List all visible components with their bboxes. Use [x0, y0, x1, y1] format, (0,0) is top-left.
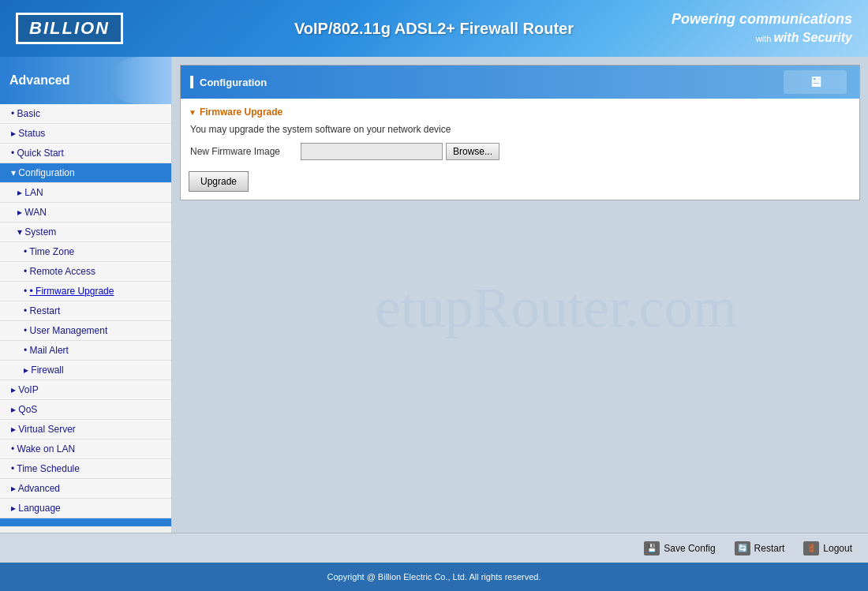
- sidebar-item-mailalert[interactable]: ▸ Firewall: [0, 361, 171, 380]
- header: BILLION VoIP/802.11g ADSL2+ Firewall Rou…: [0, 0, 868, 57]
- sidebar-item-voip[interactable]: ▸ QoS: [0, 400, 171, 420]
- sidebar-item-status[interactable]: ▸ Status: [0, 124, 171, 144]
- sidebar-item-firmwareupgrade[interactable]: • • Firmware Upgrade: [0, 282, 171, 301]
- sidebar-item-wakeonlan[interactable]: • Time Schedule: [0, 459, 171, 479]
- firmware-label: New Firmware Image: [190, 146, 293, 157]
- save-config-icon: 💾: [644, 541, 660, 555]
- save-config-button[interactable]: 💾 Save Config: [644, 541, 715, 555]
- sidebar-header: Advanced: [0, 57, 171, 104]
- logout-button[interactable]: 🚪 Logout: [803, 541, 852, 555]
- firmware-section: Firmware Upgrade You may upgrade the sys…: [181, 99, 859, 200]
- upgrade-button-row: Upgrade: [189, 171, 851, 192]
- copyright-text: Copyright @ Billion Electric Co., Ltd. A…: [327, 572, 541, 582]
- config-title: Configuration: [200, 77, 267, 88]
- firmware-description: You may upgrade the system software on y…: [189, 124, 851, 135]
- sidebar-item-lan[interactable]: ▸ LAN: [0, 183, 171, 203]
- sidebar-item-quickstart[interactable]: • Quick Start: [0, 144, 171, 163]
- sidebar-item-configuration[interactable]: ▾ Configuration: [0, 163, 171, 183]
- sidebar-item-backuprestore[interactable]: • Restart: [0, 301, 171, 321]
- sidebar-title: Advanced: [9, 73, 69, 88]
- sidebar-item-language[interactable]: [0, 518, 171, 527]
- restart-button[interactable]: 🔄 Restart: [735, 541, 785, 555]
- firmware-row: New Firmware Image Browse...: [189, 143, 851, 160]
- config-panel: Configuration 🖥 Firmware Upgrade You may…: [180, 65, 860, 200]
- config-header-icon: 🖥: [784, 70, 847, 94]
- logo: BILLION: [16, 13, 123, 44]
- sidebar-item-timezone[interactable]: • Time Zone: [0, 242, 171, 262]
- tagline: Powering communications with with Securi…: [672, 9, 852, 47]
- sidebar-item-basic[interactable]: • Basic: [0, 104, 171, 124]
- page-title: VoIP/802.11g ADSL2+ Firewall Router: [294, 20, 574, 38]
- browse-button[interactable]: Browse...: [446, 143, 499, 160]
- copyright-bar: Copyright @ Billion Electric Co., Ltd. A…: [0, 563, 868, 591]
- sidebar-item-virtualserver[interactable]: • Wake on LAN: [0, 440, 171, 459]
- sidebar-item-wan[interactable]: ▸ WAN: [0, 203, 171, 223]
- main-layout: Advanced • Basic ▸ Status • Quick Start …: [0, 57, 868, 533]
- firmware-section-title: Firmware Upgrade: [189, 107, 851, 118]
- config-header: Configuration 🖥: [181, 65, 859, 99]
- sidebar-item-firewall[interactable]: ▸ VoIP: [0, 380, 171, 400]
- config-header-bar: [190, 76, 193, 88]
- restart-label: Restart: [754, 543, 785, 554]
- sidebar-item-remoteaccess[interactable]: • Remote Access: [0, 262, 171, 282]
- firmware-file-input[interactable]: [301, 143, 443, 160]
- sidebar-item-usermgmt[interactable]: • Mail Alert: [0, 341, 171, 361]
- logout-icon: 🚪: [803, 541, 819, 555]
- sidebar: Advanced • Basic ▸ Status • Quick Start …: [0, 57, 172, 533]
- watermark: etupRouter.com: [376, 275, 737, 341]
- sidebar-header-decoration: [108, 57, 171, 104]
- sidebar-item-qos[interactable]: ▸ Virtual Server: [0, 420, 171, 440]
- sidebar-item-timeschedule[interactable]: ▸ Advanced: [0, 479, 171, 499]
- computer-icon: 🖥: [808, 74, 822, 91]
- sidebar-item-system[interactable]: ▾ System: [0, 223, 171, 242]
- sidebar-item-advanced[interactable]: ▸ Language: [0, 499, 171, 518]
- sidebar-item-restart[interactable]: • User Management: [0, 321, 171, 341]
- save-config-label: Save Config: [664, 543, 715, 554]
- firmware-upgrade-link[interactable]: • Firmware Upgrade: [30, 286, 114, 297]
- logout-label: Logout: [823, 543, 852, 554]
- content-area: etupRouter.com Configuration 🖥 Firmware …: [172, 57, 868, 533]
- restart-icon: 🔄: [735, 541, 750, 555]
- footer-buttons: 💾 Save Config 🔄 Restart 🚪 Logout: [0, 533, 868, 563]
- upgrade-button[interactable]: Upgrade: [189, 171, 249, 192]
- config-header-image: 🖥: [273, 70, 850, 94]
